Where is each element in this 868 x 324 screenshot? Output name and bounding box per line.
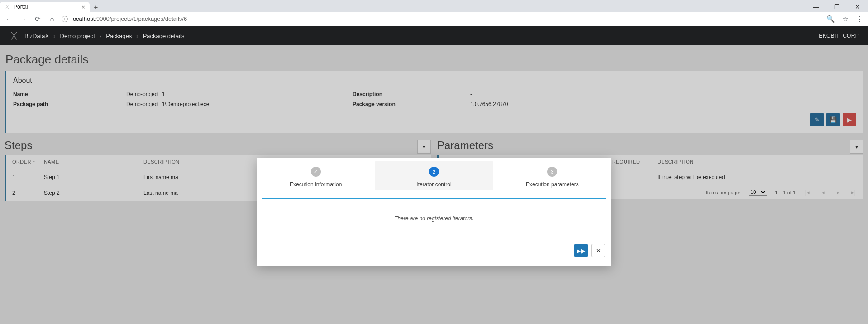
forward-button[interactable]: →: [18, 15, 28, 23]
window-maximize-button[interactable]: ❐: [826, 2, 847, 12]
url-host: localhost: [72, 15, 95, 22]
browser-tab-strip: Portal × + — ❐ ✕: [0, 0, 868, 12]
stepper-step-3-label: Execution parameters: [493, 181, 611, 188]
step-number: 2: [429, 167, 439, 177]
browser-menu-icon[interactable]: ⋮: [854, 15, 864, 23]
empty-iterators-message: There are no registered iterators.: [394, 215, 473, 222]
browser-nav-bar: ← → ⟳ ⌂ i localhost:9000/projects/1/pack…: [0, 12, 868, 26]
stepper-step-1-label: Execution information: [257, 181, 375, 188]
zoom-icon[interactable]: 🔍: [825, 15, 835, 23]
current-user[interactable]: EKOBIT_CORP: [819, 33, 859, 39]
chevron-right-icon: ›: [136, 33, 138, 39]
fast-forward-icon: ▶▶: [577, 247, 586, 254]
back-button[interactable]: ←: [4, 15, 14, 23]
breadcrumb-item[interactable]: Demo project: [60, 33, 95, 39]
stepper: ✓ Execution information 2 Iterator contr…: [257, 158, 611, 198]
window-controls: — ❐ ✕: [806, 2, 868, 12]
bookmark-icon[interactable]: ☆: [840, 15, 850, 23]
breadcrumb-item[interactable]: Packages: [106, 33, 132, 39]
modal-body: There are no registered iterators.: [262, 199, 606, 238]
stepper-step-2-label: Iterator control: [375, 181, 493, 188]
close-tab-icon[interactable]: ×: [81, 4, 85, 10]
tab-favicon: [5, 4, 10, 10]
next-button[interactable]: ▶▶: [574, 244, 588, 257]
execution-wizard-modal: ✓ Execution information 2 Iterator contr…: [257, 158, 611, 266]
chevron-right-icon: ›: [53, 33, 55, 39]
site-info-icon[interactable]: i: [62, 16, 68, 22]
new-tab-button[interactable]: +: [90, 2, 102, 12]
stepper-step-3[interactable]: 3 Execution parameters: [493, 167, 611, 188]
home-button[interactable]: ⌂: [47, 15, 57, 23]
stepper-step-1[interactable]: ✓ Execution information: [257, 167, 375, 188]
breadcrumb-root[interactable]: BizDataX: [24, 33, 49, 39]
app-top-bar: BizDataX › Demo project › Packages › Pac…: [0, 26, 868, 45]
address-bar[interactable]: i localhost:9000/projects/1/packages/det…: [62, 15, 821, 22]
breadcrumb-item[interactable]: Package details: [143, 33, 185, 39]
app-logo: [9, 31, 19, 41]
modal-actions: ▶▶ ✕: [257, 238, 611, 266]
reload-button[interactable]: ⟳: [33, 15, 43, 23]
browser-tab[interactable]: Portal ×: [0, 2, 90, 12]
close-icon: ✕: [596, 247, 601, 254]
url-path: :9000/projects/1/packages/details/6: [95, 15, 187, 22]
window-close-button[interactable]: ✕: [847, 2, 868, 12]
chevron-right-icon: ›: [100, 33, 101, 39]
window-minimize-button[interactable]: —: [806, 2, 826, 12]
stepper-step-2[interactable]: 2 Iterator control: [375, 161, 493, 190]
step-number: 3: [547, 167, 557, 177]
cancel-button[interactable]: ✕: [591, 244, 605, 257]
tab-title: Portal: [14, 4, 28, 10]
check-icon: ✓: [311, 167, 321, 177]
breadcrumb: BizDataX › Demo project › Packages › Pac…: [24, 33, 184, 39]
